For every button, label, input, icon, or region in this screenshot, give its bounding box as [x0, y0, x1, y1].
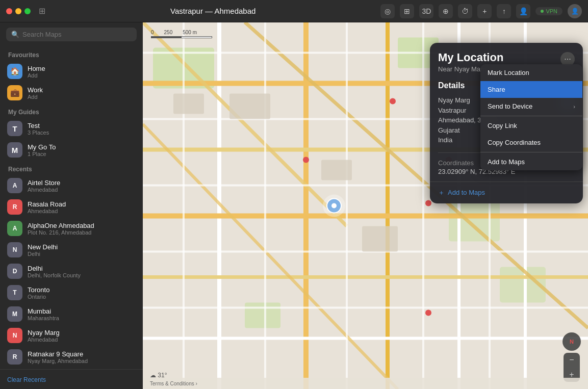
titlebar-center: ⊞ Vastrapur — Ahmedabad ◎ ⊞ 3D ⊕ ⏱ + ↑ 👤… — [39, 4, 582, 18]
mygoto-sub: 1 Place — [28, 151, 56, 157]
newdelhi-sub: Delhi — [28, 251, 58, 257]
sidebar-item-work[interactable]: 💼 Work Add — [0, 82, 143, 103]
mygoto-text: My Go To 1 Place — [28, 143, 56, 157]
mygoto-icon: M — [7, 142, 22, 158]
menu-item-add-to-maps[interactable]: Add to Maps — [480, 153, 582, 170]
location-button[interactable]: ◎ — [380, 4, 395, 18]
home-sub: Add — [28, 72, 45, 79]
user-avatar[interactable]: 👤 — [568, 4, 582, 18]
recents-header: Recents — [0, 161, 143, 175]
delhi-icon: D — [7, 264, 22, 279]
svg-rect-39 — [229, 94, 270, 119]
nyaymarg-text: Nyay Marg Ahmedabad — [28, 329, 60, 343]
vpn-dot — [541, 10, 544, 13]
sidebar-item-ratnakar[interactable]: R Ratnakar 9 Square Nyay Marg, Ahmedabad — [0, 346, 143, 368]
my-guides-header: My Guides — [0, 103, 143, 118]
close-button[interactable] — [6, 8, 12, 14]
maximize-button[interactable] — [24, 8, 31, 14]
sidebar-item-rasala[interactable]: R Rasala Road Ahmedabad — [0, 196, 143, 218]
newdelhi-icon: N — [7, 242, 22, 257]
alphaone-text: AlphaOne Ahmedabad Plot No. 216, Ahmedab… — [28, 222, 94, 236]
sidebar-item-test[interactable]: T Test 3 Places — [0, 118, 143, 139]
menu-item-share[interactable]: Share — [480, 81, 582, 98]
sidebar-item-alphaone[interactable]: A AlphaOne Ahmedabad Plot No. 216, Ahmed… — [0, 218, 143, 239]
scale-numbers: 0 250 500 m — [151, 30, 212, 35]
ratnakar-label: Ratnakar 9 Square — [28, 350, 88, 358]
minimize-button[interactable] — [15, 8, 21, 14]
airtel-sub: Ahmedabad — [28, 187, 60, 193]
search-input[interactable] — [22, 31, 132, 38]
delhi-label: Delhi — [28, 265, 81, 272]
ratnakar-icon: R — [7, 349, 22, 365]
compass[interactable]: N — [563, 332, 581, 351]
add-to-maps-button[interactable]: ＋ Add to Maps — [438, 188, 485, 197]
scale-zero: 0 — [151, 30, 154, 35]
menu-divider — [480, 116, 582, 116]
work-sub: Add — [28, 94, 43, 100]
track-button[interactable]: ⏱ — [458, 4, 472, 18]
info-footer: ＋ Add to Maps — [430, 181, 583, 203]
sidebar-item-mumbai[interactable]: M Mumbai Maharashtra — [0, 303, 143, 325]
user-button[interactable]: 👤 — [516, 4, 530, 18]
airtel-text: Airtel Store Ahmedabad — [28, 179, 60, 193]
toronto-text: Toronto Ontario — [28, 286, 49, 300]
sidebar-item-mygoto[interactable]: M My Go To 1 Place — [0, 139, 143, 161]
sidebar-item-toronto[interactable]: T Toronto Ontario — [0, 282, 143, 303]
menu-item-copy-link[interactable]: Copy Link — [480, 117, 582, 134]
sidebar-item-newdelhi[interactable]: N New Delhi Delhi — [0, 239, 143, 261]
main-area: 🔍 Favourites 🏠 Home Add 💼 Work Add My Gu… — [0, 22, 588, 389]
info-panel: My Location Near Nyay Marg ··· Mark Loca… — [430, 43, 583, 203]
sidebar-item-airtel[interactable]: A Airtel Store Ahmedabad — [0, 175, 143, 196]
delhi-sub: Delhi, Norfolk County — [28, 272, 81, 278]
sidebar-content: Favourites 🏠 Home Add 💼 Work Add My Guid… — [0, 46, 143, 369]
sidebar-item-nyaymarg[interactable]: N Nyay Marg Ahmedabad — [0, 325, 143, 346]
mumbai-sub: Maharashtra — [28, 315, 59, 321]
sidebar-item-delhi[interactable]: D Delhi Delhi, Norfolk County — [0, 261, 143, 282]
zoom-out-button[interactable]: − — [564, 353, 580, 367]
share-button[interactable]: ↑ — [497, 4, 511, 18]
menu-item-mark-location[interactable]: Mark Location — [480, 64, 582, 81]
favourites-header: Favourites — [0, 46, 143, 61]
nyaymarg-icon: N — [7, 328, 22, 343]
search-bar[interactable]: 🔍 — [6, 28, 137, 41]
map-type-button[interactable]: ⊞ — [400, 4, 414, 18]
airtel-label: Airtel Store — [28, 179, 60, 187]
work-icon: 💼 — [7, 85, 22, 100]
mumbai-label: Mumbai — [28, 307, 59, 315]
menu-label-copy-link: Copy Link — [488, 122, 517, 129]
work-text: Work Add — [28, 86, 43, 100]
menu-item-send-to-device[interactable]: Send to Device › — [480, 98, 582, 115]
context-menu: Mark Location Share Send to Device › Cop… — [480, 64, 582, 170]
menu-label-mark-location: Mark Location — [488, 69, 529, 76]
mumbai-icon: M — [7, 306, 22, 322]
3d-button[interactable]: 3D — [419, 4, 433, 18]
ratnakar-text: Ratnakar 9 Square Nyay Marg, Ahmedabad — [28, 350, 88, 364]
test-icon: T — [7, 121, 22, 136]
vpn-label: VPN — [546, 8, 557, 14]
send-to-device-chevron: › — [573, 103, 575, 110]
ratnakar-sub: Nyay Marg, Ahmedabad — [28, 358, 88, 364]
sidebar-footer: Clear Recents — [0, 369, 143, 389]
titlebar-actions: ◎ ⊞ 3D ⊕ ⏱ + ↑ 👤 VPN 👤 — [380, 4, 582, 18]
map-area[interactable]: 0 250 500 m My Location Near Nyay Marg ·… — [143, 22, 588, 389]
clear-recents-button[interactable]: Clear Recents — [7, 376, 46, 383]
airtel-icon: A — [7, 178, 22, 193]
menu-item-copy-coordinates[interactable]: Copy Coordinates — [480, 134, 582, 151]
add-button[interactable]: + — [477, 4, 492, 18]
info-title: My Location — [438, 51, 503, 64]
svg-point-35 — [303, 157, 309, 163]
svg-rect-3 — [449, 201, 500, 242]
add-maps-label: Add to Maps — [448, 189, 485, 196]
test-sub: 3 Places — [28, 129, 49, 136]
menu-divider-2 — [480, 152, 582, 152]
sidebar-toggle-icon[interactable]: ⊞ — [39, 6, 45, 16]
alphaone-sub: Plot No. 216, Ahmedabad — [28, 229, 94, 236]
sidebar: 🔍 Favourites 🏠 Home Add 💼 Work Add My Gu… — [0, 22, 143, 389]
home-text: Home Add — [28, 65, 45, 79]
mygoto-label: My Go To — [28, 143, 56, 151]
sidebar-item-home[interactable]: 🏠 Home Add — [0, 61, 143, 82]
layers-button[interactable]: ⊕ — [439, 4, 453, 18]
add-icon: ＋ — [438, 188, 445, 197]
scale-bar — [151, 36, 212, 38]
terms-label[interactable]: Terms & Conditions › — [150, 381, 197, 386]
